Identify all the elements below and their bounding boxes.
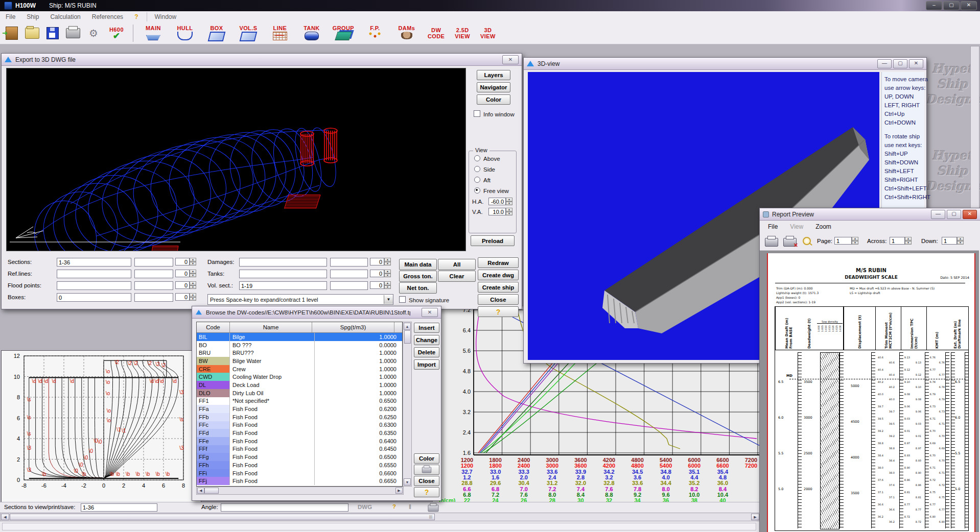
menu-item[interactable]: Calculation — [44, 12, 86, 21]
clear-button[interactable]: Clear — [438, 271, 476, 282]
open-button[interactable] — [24, 25, 41, 41]
table-row[interactable]: BO BO ??? 0.0000 — [197, 341, 402, 349]
menu-item[interactable]: Window — [147, 12, 182, 21]
table-row[interactable]: BRU BRU??? 1.0000 — [197, 349, 402, 357]
info-window-checkbox[interactable]: Info window — [474, 110, 520, 117]
color-button[interactable]: Color — [414, 453, 439, 464]
view-radio-option[interactable]: Above — [474, 155, 516, 162]
table-row[interactable]: FFj Fish Food 0.6650 — [197, 477, 402, 485]
count-spinner[interactable]: ▲▼ — [370, 270, 391, 277]
range-input[interactable] — [57, 293, 131, 302]
browse-button[interactable]: Delete — [414, 347, 439, 357]
table-hscrollbar[interactable]: ◀ ▶ — [196, 487, 404, 495]
toolbar-module-button[interactable]: F.P. — [364, 25, 386, 41]
va-spinner[interactable]: ▲▼ — [488, 208, 512, 215]
spin-arrows-icon[interactable]: ▲▼ — [384, 258, 391, 265]
count-input[interactable] — [175, 293, 190, 301]
print-button[interactable] — [765, 238, 778, 247]
table-row[interactable]: FFa Fish Food 0.6200 — [197, 405, 402, 413]
table-row[interactable]: BW Bilge Water 1.0000 — [197, 357, 402, 365]
down-spinner[interactable]: ▲▼ — [942, 237, 964, 245]
main-data-button[interactable]: Main data — [399, 259, 437, 270]
close-icon[interactable]: ✕ — [909, 59, 923, 68]
toolbar-module-button[interactable]: DAMs — [395, 25, 418, 41]
table-vscrollbar[interactable]: ▲ ▼ — [403, 322, 412, 487]
secondary-input[interactable] — [330, 258, 368, 267]
table-row[interactable]: FFi Fish Food 0.6600 — [197, 469, 402, 477]
action-button[interactable]: Close — [478, 294, 519, 305]
view-radio-option[interactable]: Aft — [474, 176, 516, 183]
toolbar-module-button[interactable]: HULL — [174, 25, 196, 41]
count-spinner[interactable]: ▲▼ — [370, 281, 391, 289]
report-titlebar[interactable]: Report Preview — ▢ ✕ — [760, 208, 980, 221]
va-input[interactable] — [488, 208, 506, 215]
action-button[interactable]: Create dwg — [478, 270, 519, 280]
toolbar-module-button[interactable]: GROUP — [332, 25, 355, 41]
spin-arrows-icon[interactable]: ▲▼ — [190, 293, 196, 301]
count-input[interactable] — [370, 281, 384, 289]
browse-button[interactable]: Import — [414, 359, 439, 370]
print-button[interactable] — [64, 25, 82, 41]
close-icon[interactable]: ✕ — [502, 55, 519, 64]
action-button[interactable]: ? — [478, 306, 519, 317]
table-header[interactable]: Code Name Spg(t/m3) — [197, 322, 402, 333]
close-icon[interactable]: ✕ — [963, 210, 977, 219]
table-row[interactable]: FFe Fish Food 0.6400 — [197, 437, 402, 445]
spin-arrows-icon[interactable]: ▲▼ — [384, 270, 391, 277]
panel-button[interactable]: Color — [477, 94, 510, 105]
col-code[interactable]: Code — [197, 322, 230, 332]
wireframe-viewport[interactable] — [6, 68, 466, 251]
action-button[interactable]: Create ship — [478, 282, 519, 293]
spin-arrows-icon[interactable]: ▲▼ — [506, 208, 512, 215]
chevron-down-icon[interactable]: ▼ — [384, 295, 393, 304]
toolbar-module-button[interactable]: MAIN — [142, 25, 165, 41]
close-button[interactable]: ✕ — [961, 1, 977, 10]
across-spinner[interactable]: ▲▼ — [890, 237, 912, 245]
menu-item[interactable]: File — [0, 12, 21, 21]
preload-button[interactable]: Preload — [471, 235, 515, 246]
toolbar-module-button[interactable]: VOL.S — [237, 25, 260, 41]
table-row[interactable]: FFd Fish Food 0.6350 — [197, 429, 402, 437]
all-button[interactable]: All — [438, 259, 476, 270]
secondary-input[interactable] — [330, 281, 368, 290]
col-name[interactable]: Name — [230, 322, 312, 332]
range-input[interactable] — [239, 281, 327, 290]
toolbar-module-button[interactable]: TANK — [300, 25, 323, 41]
browse-button[interactable]: Insert — [414, 323, 439, 333]
printer-icon[interactable] — [428, 505, 439, 512]
down-input[interactable] — [942, 237, 957, 245]
table-row[interactable]: FF1 *Not specified* 0.6500 — [197, 397, 402, 405]
gross-ton-button[interactable]: Gross ton. — [399, 271, 437, 282]
sections-view-input[interactable] — [81, 503, 157, 512]
show-signature-checkbox[interactable]: Show signature — [399, 296, 449, 303]
toolbar-module-button[interactable]: LINE — [269, 25, 291, 41]
across-input[interactable] — [890, 237, 905, 245]
scrollbar-thumb[interactable]: ||| — [10, 514, 435, 520]
ha-input[interactable] — [488, 198, 506, 205]
view-radio-option[interactable]: Side — [474, 165, 516, 173]
mdi-vertical-scrollbar[interactable] — [970, 46, 979, 209]
help-button[interactable]: ? — [414, 487, 439, 497]
zoom-icon[interactable] — [803, 237, 811, 245]
table-row[interactable]: FFb Fish Food 0.6250 — [197, 413, 402, 421]
save-button[interactable] — [44, 25, 61, 41]
cancel-print-button[interactable] — [783, 238, 797, 247]
net-ton-button[interactable]: Net ton. — [399, 282, 437, 294]
toolbar-view-button[interactable]: 2.5D VIEW — [455, 27, 470, 39]
table-row[interactable]: FFg Fish Food 0.6500 — [197, 453, 402, 461]
page-spinner[interactable]: ▲▼ — [834, 237, 858, 245]
table-row[interactable]: DLO Dirty Lub Oil 1.0000 — [197, 389, 402, 397]
secondary-input[interactable] — [330, 270, 368, 278]
expand-level-dropdown[interactable]: Press Space-key to expand/contract 1 lev… — [207, 294, 393, 305]
export-window-titlebar[interactable]: Export to 3D DWG file ✕ — [2, 54, 522, 66]
table-row[interactable]: DL Deck Load 1.0000 — [197, 381, 402, 389]
setup-button[interactable]: ⚙ — [85, 25, 102, 41]
table-row[interactable]: FFh Fish Food 0.6550 — [197, 461, 402, 469]
secondary-input[interactable] — [134, 293, 173, 302]
toolbar-module-button[interactable]: BOX — [205, 25, 228, 41]
table-row[interactable]: FFf Fish Food 0.6450 — [197, 445, 402, 453]
table-row[interactable]: CRE Crew 1.0000 — [197, 365, 402, 373]
h600-button[interactable]: H600 ✔ — [109, 27, 124, 40]
menu-item[interactable]: References — [86, 12, 129, 21]
menu-item[interactable]: Ship — [21, 12, 44, 21]
